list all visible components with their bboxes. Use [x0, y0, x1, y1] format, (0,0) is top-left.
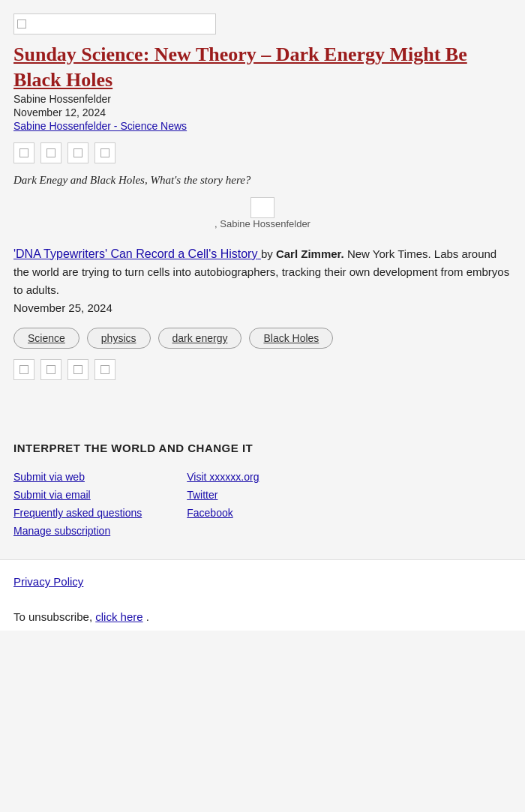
- footer-facebook[interactable]: Facebook: [187, 507, 259, 519]
- article1-source-link[interactable]: Sabine Hossenfelder - Science News: [14, 120, 512, 132]
- footer-visit-site[interactable]: Visit xxxxxx.org: [187, 471, 259, 483]
- article1-image-caption: , Sabine Hossenfelder: [214, 218, 310, 229]
- share2-img-1: [20, 365, 28, 374]
- footer-twitter[interactable]: Twitter: [187, 489, 259, 501]
- article1-title-link[interactable]: Sunday Science: New Theory – Dark Energy…: [14, 43, 467, 91]
- tag-black-holes[interactable]: Black Holes: [249, 328, 333, 349]
- share-img-2: [46, 148, 56, 157]
- share-icon-3[interactable]: [68, 142, 88, 163]
- share-icons-row1: [14, 142, 512, 163]
- footer-right-col: Visit xxxxxx.org Twitter Facebook: [187, 471, 259, 537]
- share-icon2-1[interactable]: [14, 359, 34, 380]
- share2-img-3: [74, 365, 82, 374]
- footer-section: INTERPRET THE WORLD AND CHANGE IT Submit…: [0, 419, 525, 559]
- share-img-4: [100, 148, 110, 157]
- article1-title-text: Sunday Science: New Theory – Dark Energy…: [14, 43, 467, 91]
- footer-faq[interactable]: Frequently asked questions: [14, 507, 142, 519]
- privacy-policy-link[interactable]: Privacy Policy: [14, 575, 83, 588]
- main-content: Sunday Science: New Theory – Dark Energy…: [0, 34, 525, 404]
- footer-submit-web[interactable]: Submit via web: [14, 471, 142, 483]
- article1-tagline: Dark Enegy and Black Holes, What's the s…: [14, 174, 512, 187]
- article2-body: 'DNA Typewriters' Can Record a Cell's Hi…: [14, 244, 512, 318]
- tag-physics[interactable]: physics: [87, 328, 151, 349]
- article2-date: November 25, 2024: [14, 301, 112, 314]
- share-icon-2[interactable]: [40, 142, 62, 163]
- article1-date: November 12, 2024: [14, 106, 512, 118]
- tag-science[interactable]: Science: [14, 328, 80, 349]
- article2-title-text: 'DNA Typewriters' Can Record a Cell's Hi…: [14, 247, 257, 260]
- article1-author: Sabine Hossenfelder: [14, 93, 512, 105]
- header-section: [0, 0, 525, 34]
- article1-image: [250, 197, 274, 218]
- footer-links: Submit via web Submit via email Frequent…: [14, 471, 512, 537]
- tags-area: Science physics dark energy Black Holes: [14, 328, 512, 349]
- article2-by-text: by: [261, 247, 273, 260]
- share-icon-4[interactable]: [94, 142, 116, 163]
- share-icon2-3[interactable]: [68, 359, 88, 380]
- share2-img-2: [46, 365, 56, 374]
- footer-left-col: Submit via web Submit via email Frequent…: [14, 471, 142, 537]
- unsubscribe-text: To unsubscribe, click here .: [14, 610, 512, 623]
- logo-broken-icon: [17, 19, 26, 28]
- article2-section: 'DNA Typewriters' Can Record a Cell's Hi…: [14, 244, 512, 318]
- unsubscribe-link[interactable]: click here: [95, 610, 142, 623]
- footer-submit-email[interactable]: Submit via email: [14, 489, 142, 501]
- unsubscribe-suffix: .: [146, 610, 149, 623]
- share-img-1: [20, 148, 28, 157]
- tag-dark-energy[interactable]: dark energy: [158, 328, 242, 349]
- share-icon2-2[interactable]: [40, 359, 62, 380]
- article1-image-caption-area: , Sabine Hossenfelder: [14, 197, 512, 229]
- header-logo: [14, 13, 216, 34]
- article2-author: Carl Zimmer.: [276, 247, 344, 260]
- share-icon2-4[interactable]: [94, 359, 116, 380]
- footer-tagline: INTERPRET THE WORLD AND CHANGE IT: [14, 442, 512, 454]
- share-icon-1[interactable]: [14, 142, 34, 163]
- footer-manage-subscription[interactable]: Manage subscription: [14, 525, 142, 537]
- article2-title-link[interactable]: 'DNA Typewriters' Can Record a Cell's Hi…: [14, 247, 261, 260]
- share-icons-row2: [14, 359, 512, 380]
- share2-img-4: [100, 365, 110, 374]
- bottom-section: Privacy Policy To unsubscribe, click her…: [0, 559, 525, 631]
- unsubscribe-prefix: To unsubscribe,: [14, 610, 92, 623]
- share-img-3: [74, 148, 82, 157]
